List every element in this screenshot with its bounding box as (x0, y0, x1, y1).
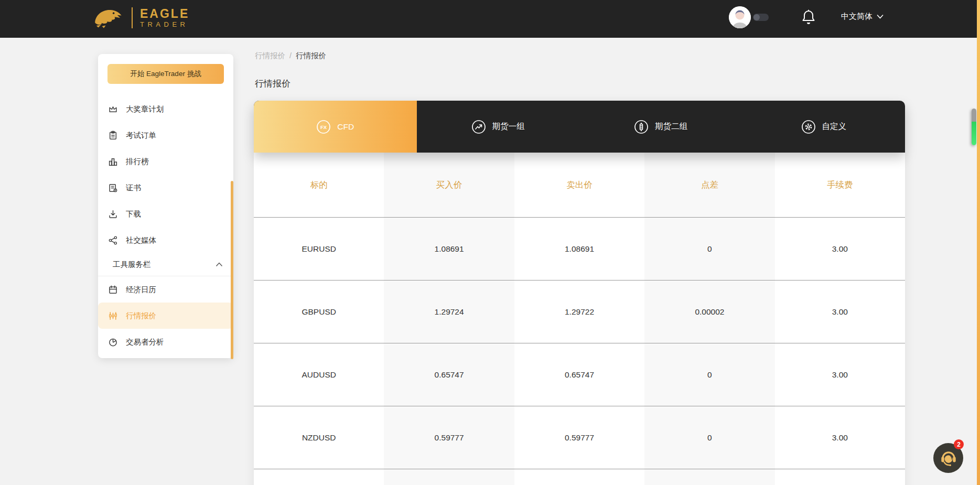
sidebar-item-label: 行情报价 (126, 311, 156, 321)
tab-label: 自定义 (822, 121, 847, 132)
cell-spread: 0.00002 (644, 281, 774, 343)
candlestick-icon (107, 310, 118, 321)
column-header-commission: 手续费 (775, 153, 905, 217)
sidebar-item-certificate[interactable]: 证书 (98, 175, 233, 201)
breadcrumb-parent[interactable]: 行情报价 (255, 51, 285, 60)
cell-bid: 0.59777 (384, 406, 514, 469)
tab-label: 期货一组 (492, 121, 525, 132)
cell-commission: 3.00 (775, 406, 905, 469)
cell-ask: 0.65747 (514, 343, 644, 406)
sidebar-menu: 大奖章计划 考试订单 排行榜 证书 (98, 84, 233, 355)
sidebar-item-download[interactable]: 下载 (98, 201, 233, 227)
tab-label: 期货二组 (655, 121, 687, 132)
breadcrumb-separator: / (289, 51, 292, 60)
start-challenge-button[interactable]: 开始 EagleTrader 挑战 (107, 64, 224, 84)
chevron-down-icon (877, 14, 884, 19)
sidebar-item-social-media[interactable]: 社交媒体 (98, 227, 233, 253)
sidebar-item-exam-orders[interactable]: 考试订单 (98, 122, 233, 148)
column-header-bid: 买入价 (384, 153, 514, 217)
notification-bell-icon[interactable] (801, 9, 816, 26)
table-row-audusd: AUDUSD 0.65747 0.65747 0 3.00 (254, 343, 905, 406)
table-row-nzdusd: NZDUSD 0.59777 0.59777 0 3.00 (254, 406, 905, 469)
sidebar-item-label: 下载 (126, 209, 141, 219)
sidebar-item-label: 排行榜 (126, 157, 149, 167)
theme-toggle[interactable] (753, 14, 769, 21)
headset-icon (939, 448, 959, 468)
column-header-spread: 点差 (644, 153, 774, 217)
sidebar-item-label: 大奖章计划 (126, 104, 164, 114)
sidebar-item-label: 证书 (126, 183, 141, 193)
download-icon (107, 209, 118, 219)
sidebar-item-leaderboard[interactable]: 排行榜 (98, 148, 233, 175)
app-window: EAGLE TRADER 中文简体 (0, 0, 980, 485)
brand-text: EAGLE TRADER (140, 7, 189, 29)
breadcrumb-current: 行情报价 (296, 51, 326, 60)
candle-circle-icon (634, 120, 649, 134)
table-row-eurusd: EURUSD 1.08691 1.08691 0 3.00 (254, 218, 905, 281)
page-title: 行情报价 (255, 78, 290, 90)
column-header-ask: 卖出价 (514, 153, 644, 217)
support-chat-button[interactable]: 2 (933, 443, 963, 473)
cell-symbol: AUDUSD (254, 343, 384, 406)
crown-icon (107, 104, 118, 114)
table-header-row: 标的 买入价 卖出价 点差 手续费 (254, 153, 905, 218)
browser-extension-widget[interactable] (972, 109, 976, 145)
sidebar-item-trader-analysis[interactable]: 交易者分析 (98, 329, 233, 355)
sidebar-section-tools[interactable]: 工具服务栏 (98, 253, 233, 276)
sidebar-item-quotes[interactable]: 行情报价 (98, 303, 233, 329)
tab-label: CFD (337, 122, 354, 132)
user-avatar[interactable] (729, 6, 751, 28)
sidebar-item-label: 考试订单 (126, 131, 156, 141)
sidebar-item-label: 经济日历 (126, 285, 156, 295)
logo-divider (132, 7, 133, 28)
cell-ask: 1.29722 (514, 281, 644, 343)
fx-circle-icon: FX (316, 120, 331, 134)
tab-futures-group-1[interactable]: 期货一组 (417, 101, 580, 153)
cell-spread: 0 (644, 343, 774, 406)
quotes-card: FX CFD 期货一组 期货二组 (254, 101, 905, 485)
cell-commission: 3.00 (775, 343, 905, 406)
browser-extension-stripe (977, 0, 980, 485)
table-row-gbpusd: GBPUSD 1.29724 1.29722 0.00002 3.00 (254, 281, 905, 343)
cell-spread: 0 (644, 218, 774, 280)
brand-logo[interactable]: EAGLE TRADER (92, 5, 189, 30)
quotes-table: 标的 买入价 卖出价 点差 手续费 EURUSD 1.08691 1.08691… (254, 153, 905, 485)
chat-badge: 2 (954, 439, 964, 449)
tab-custom[interactable]: 自定义 (742, 101, 906, 153)
app-header: EAGLE TRADER 中文简体 (0, 0, 980, 38)
calendar-icon (107, 284, 118, 295)
clipboard-icon (107, 130, 118, 141)
table-row-partial (254, 469, 905, 485)
gear-circle-icon (801, 120, 816, 134)
sidebar-item-label: 社交媒体 (126, 235, 156, 245)
toggle-knob (753, 14, 760, 20)
leaderboard-icon (107, 156, 118, 167)
language-selector[interactable]: 中文简体 (841, 12, 884, 21)
cell-symbol: NZDUSD (254, 406, 384, 469)
sidebar-item-medal-program[interactable]: 大奖章计划 (98, 96, 233, 122)
sidebar-section-label: 工具服务栏 (113, 260, 151, 270)
cell-commission: 3.00 (775, 281, 905, 343)
cell-ask: 1.08691 (514, 218, 644, 280)
cell-commission: 3.00 (775, 218, 905, 280)
cell-bid: 1.08691 (384, 218, 514, 280)
sidebar-scrollbar-thumb[interactable] (231, 181, 233, 359)
cell-spread: 0 (644, 406, 774, 469)
cell-bid: 1.29724 (384, 281, 514, 343)
cell-symbol: EURUSD (254, 218, 384, 280)
quote-tabs: FX CFD 期货一组 期货二组 (254, 101, 905, 153)
sidebar: 开始 EagleTrader 挑战 大奖章计划 考试订单 排行榜 (98, 54, 233, 358)
language-label: 中文简体 (841, 12, 873, 21)
eagle-logo-icon (92, 5, 124, 30)
tab-cfd[interactable]: FX CFD (254, 101, 417, 153)
sidebar-item-economic-calendar[interactable]: 经济日历 (98, 276, 233, 303)
brand-name-bottom: TRADER (140, 20, 189, 29)
chevron-up-icon (216, 262, 223, 267)
tab-futures-group-2[interactable]: 期货二组 (579, 101, 742, 153)
breadcrumb: 行情报价/行情报价 (255, 51, 326, 61)
column-header-symbol: 标的 (254, 153, 384, 217)
svg-text:FX: FX (320, 124, 327, 130)
sidebar-item-label: 交易者分析 (126, 337, 164, 347)
trend-up-circle-icon (471, 120, 486, 134)
cell-symbol: GBPUSD (254, 281, 384, 343)
